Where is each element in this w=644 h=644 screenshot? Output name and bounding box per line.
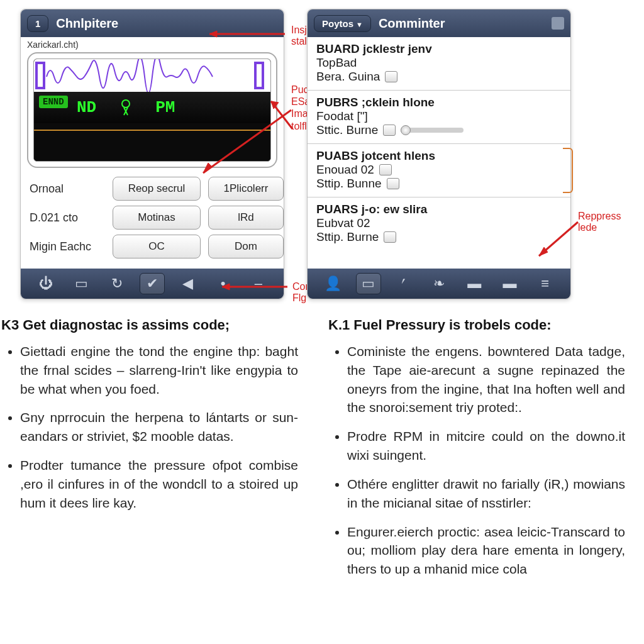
knob-icon[interactable] (383, 125, 396, 136)
group-title: PUABS jotcent hlens (316, 149, 563, 163)
list-item: Othére englitter drawit no farially (iR,… (347, 475, 625, 513)
list-item: Prodter tumance the pressure ofpot combi… (20, 456, 298, 512)
back-pill[interactable]: 1 (27, 15, 48, 32)
titlebar-right: Poytos▼ Comminter (308, 9, 570, 37)
check-icon[interactable]: ✔ (140, 273, 165, 294)
list-group[interactable]: PUBRS ;cklein hlone Foodat ["] Sttic. Bu… (308, 90, 570, 143)
leaf-icon[interactable]: ❧ (426, 273, 452, 294)
waveform-icon (34, 59, 270, 92)
list-item: Giettadi engine the tond the engine thp:… (20, 342, 298, 398)
panel-comminter: Poytos▼ Comminter BUARD jcklestr jenv To… (307, 9, 571, 299)
oscilloscope: ENND ND PM (33, 58, 271, 162)
readout-badge: ENND (39, 96, 68, 108)
group-sub2: Sttip. Bunne (316, 177, 563, 191)
list-item: Prodre RPM in mitcire could on the downo… (347, 427, 625, 465)
group-sub1: Eubvat 02 (316, 216, 563, 230)
chip-icon[interactable] (387, 178, 399, 189)
power-icon[interactable]: ⏻ (33, 273, 58, 294)
bracket-icon (563, 148, 573, 193)
svg-rect-0 (36, 63, 44, 88)
oscilloscope-frame: ENND ND PM (27, 52, 277, 168)
text-column-right: K.1 Fuel Pressury is trobels code: Comin… (328, 317, 625, 589)
menu-icon[interactable]: ≡ (533, 273, 558, 294)
chart-baseline (34, 130, 270, 131)
group-sub2: Sttip. Burne (316, 230, 563, 244)
group-title: PUBRS ;cklein hlone (316, 96, 563, 109)
list-group[interactable]: BUARD jcklestr jenv TopBad Bera. Guina (308, 37, 570, 90)
dot-icon[interactable]: • (211, 273, 236, 294)
group-sub1: Foodat ["] (316, 109, 563, 123)
group-sub1: Enouad 02 (316, 163, 563, 177)
svg-rect-1 (255, 63, 263, 88)
group-sub2: Bera. Guina (316, 70, 563, 84)
card-icon[interactable]: ▭ (356, 273, 381, 294)
file-name-label: Xarickarl.cht) (21, 37, 284, 51)
readout-band: ENND ND PM (34, 92, 270, 123)
list-item: Engurer.eierch proctic: asea leicic-Tran… (347, 523, 625, 579)
text-column-left: K3 Get diagnostac is assims code; Gietta… (1, 317, 298, 589)
row3-label: Migin Eachc (30, 240, 105, 253)
bar1-icon[interactable]: ▬ (462, 273, 487, 294)
chip-icon[interactable] (384, 231, 396, 243)
dom-button[interactable]: Dom (208, 235, 284, 258)
chip-icon[interactable] (379, 164, 392, 175)
reop-secrul-button[interactable]: Reop secrul (113, 177, 201, 201)
row2-label: D.021 cto (30, 211, 105, 225)
panel-chnlpitere: 1 Chnlpitere Xarickarl.cht) ENND ND (20, 9, 284, 299)
svg-point-2 (122, 100, 130, 108)
button-grid: Ornoal Reop secrul 1Plicolerr D.021 cto … (21, 168, 284, 262)
value-slider[interactable] (401, 128, 464, 133)
col-right-heading: K.1 Fuel Pressury is trobels code: (328, 317, 625, 333)
dash-icon[interactable]: – (246, 273, 271, 294)
tape-icon[interactable]: ▭ (69, 273, 94, 294)
group-sub2: Sttic. Burne (316, 123, 563, 137)
person-icon[interactable]: 👤 (320, 273, 345, 294)
title-right: Comminter (379, 16, 548, 31)
bottom-toolbar-left: ⏻ ▭ ↻ ✔ ◀ • – (21, 269, 284, 299)
readout-main: ND (77, 98, 96, 117)
group-title: BUARD jcklestr jenv (316, 42, 563, 56)
title-info-icon[interactable] (552, 17, 564, 30)
group-list: BUARD jcklestr jenv TopBad Bera. Guina P… (308, 37, 570, 250)
row1-label: Ornoal (30, 182, 105, 196)
bar2-icon[interactable]: ▬ (497, 273, 523, 294)
oc-button[interactable]: OC (113, 235, 201, 258)
list-group[interactable]: PUARS j-o: ew slira Eubvat 02 Sttip. Bur… (308, 197, 570, 250)
filter-icon[interactable]: ⎖ (391, 273, 416, 294)
list-item: Coministe the engens. bowntered Data tad… (347, 342, 625, 417)
chart-area (34, 123, 270, 161)
motinas-button[interactable]: Motinas (113, 206, 201, 230)
waveform-strip (34, 59, 270, 92)
readout-right: PM (155, 98, 175, 117)
list-group[interactable]: PUABS jotcent hlens Enouad 02 Sttip. Bun… (308, 143, 570, 197)
col-left-heading: K3 Get diagnostac is assims code; (1, 317, 298, 333)
redo-icon[interactable]: ↻ (104, 273, 130, 294)
poytos-pill[interactable]: Poytos▼ (314, 15, 371, 32)
bottom-toolbar-right: 👤 ▭ ⎖ ❧ ▬ ▬ ≡ (308, 269, 570, 299)
lrd-button[interactable]: lRd (208, 206, 284, 230)
titlebar-left: 1 Chnlpitere (21, 9, 284, 37)
info-chip-icon[interactable] (385, 71, 397, 82)
title-left: Chnlpitere (56, 16, 277, 31)
group-sub1: TopBad (316, 56, 563, 70)
list-item: Gny nprrocuin the herpena to lántarts or… (20, 408, 298, 446)
back-arrow-icon[interactable]: ◀ (175, 273, 200, 294)
plicolerr-button[interactable]: 1Plicolerr (208, 177, 284, 201)
group-title: PUARS j-o: ew slira (316, 203, 563, 216)
signal-icon (120, 99, 131, 116)
anno-reppress: Reppress lede (578, 211, 621, 233)
